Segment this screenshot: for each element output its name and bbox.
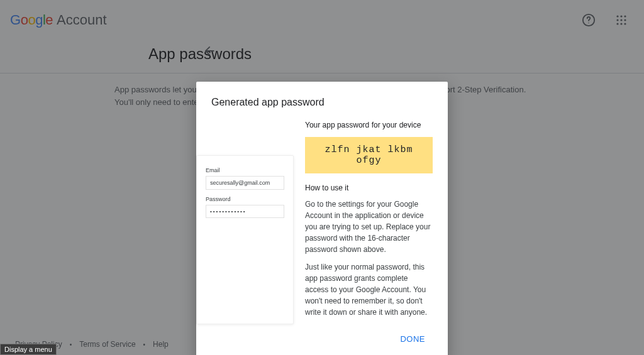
- howto-paragraph-2: Just like your normal password, this app…: [305, 261, 433, 318]
- example-email-value: securesally@gmail.com: [206, 176, 284, 190]
- modal-overlay: Generated app password Email securesally…: [0, 0, 644, 355]
- howto-paragraph-1: Go to the settings for your Google Accou…: [305, 199, 433, 255]
- example-password-value: ••••••••••••: [206, 205, 284, 218]
- generated-password-box: zlfn jkat lkbm ofgy: [305, 137, 433, 173]
- example-password-label: Password: [206, 196, 284, 202]
- status-tooltip: Display a menu: [0, 344, 57, 355]
- dialog-actions: DONE: [211, 329, 433, 349]
- howto-title: How to use it: [305, 183, 433, 192]
- device-password-label: Your app password for your device: [305, 121, 433, 129]
- example-login-card: Email securesally@gmail.com Password •••…: [196, 155, 294, 324]
- dialog-title: Generated app password: [211, 97, 433, 108]
- example-email-label: Email: [206, 167, 284, 173]
- done-button[interactable]: DONE: [392, 329, 433, 349]
- dialog-body: Email securesally@gmail.com Password •••…: [211, 121, 433, 324]
- dialog-right-column: Your app password for your device zlfn j…: [305, 121, 433, 324]
- generated-password-dialog: Generated app password Email securesally…: [196, 82, 448, 355]
